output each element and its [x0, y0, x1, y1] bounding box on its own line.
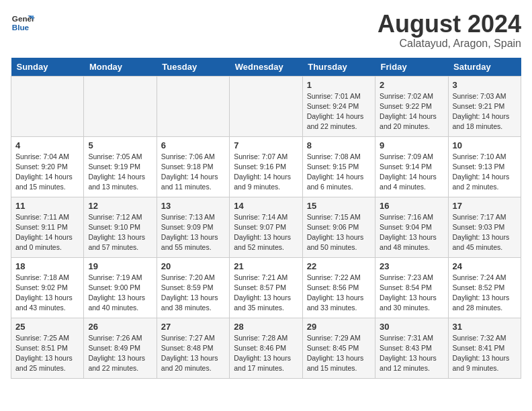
calendar-cell: 7Sunrise: 7:07 AM Sunset: 9:16 PM Daylig…	[230, 136, 302, 197]
weekday-header-tuesday: Tuesday	[157, 58, 229, 77]
calendar-cell: 1Sunrise: 7:01 AM Sunset: 9:24 PM Daylig…	[302, 76, 375, 136]
calendar-cell: 19Sunrise: 7:19 AM Sunset: 9:00 PM Dayli…	[84, 257, 157, 318]
calendar-cell: 23Sunrise: 7:23 AM Sunset: 8:54 PM Dayli…	[375, 257, 448, 318]
day-number: 15	[307, 201, 371, 211]
day-number: 1	[307, 80, 371, 90]
svg-text:Blue: Blue	[12, 23, 30, 32]
calendar-cell: 24Sunrise: 7:24 AM Sunset: 8:52 PM Dayli…	[448, 257, 521, 318]
day-number: 25	[15, 322, 79, 332]
day-number: 8	[307, 140, 371, 150]
day-number: 29	[307, 322, 371, 332]
day-number: 4	[15, 140, 79, 150]
calendar-week-row: 18Sunrise: 7:18 AM Sunset: 9:02 PM Dayli…	[11, 257, 521, 318]
calendar-cell	[157, 76, 229, 136]
day-info: Sunrise: 7:31 AM Sunset: 8:43 PM Dayligh…	[380, 333, 443, 374]
day-info: Sunrise: 7:23 AM Sunset: 8:54 PM Dayligh…	[380, 273, 443, 314]
day-info: Sunrise: 7:13 AM Sunset: 9:09 PM Dayligh…	[161, 212, 225, 253]
weekday-header-friday: Friday	[375, 58, 448, 77]
day-number: 12	[88, 201, 152, 211]
day-info: Sunrise: 7:22 AM Sunset: 8:56 PM Dayligh…	[307, 273, 371, 314]
calendar-cell: 4Sunrise: 7:04 AM Sunset: 9:20 PM Daylig…	[11, 136, 84, 197]
calendar-cell: 12Sunrise: 7:12 AM Sunset: 9:10 PM Dayli…	[84, 197, 157, 257]
day-info: Sunrise: 7:03 AM Sunset: 9:21 PM Dayligh…	[453, 91, 517, 132]
day-number: 11	[15, 201, 79, 211]
weekday-header-thursday: Thursday	[302, 58, 375, 77]
day-number: 10	[453, 140, 517, 150]
calendar-cell	[11, 76, 84, 136]
day-info: Sunrise: 7:10 AM Sunset: 9:13 PM Dayligh…	[453, 152, 517, 193]
day-info: Sunrise: 7:17 AM Sunset: 9:03 PM Dayligh…	[453, 212, 517, 253]
calendar-cell: 16Sunrise: 7:16 AM Sunset: 9:04 PM Dayli…	[375, 197, 448, 257]
day-number: 14	[234, 201, 298, 211]
logo-icon: General Blue	[11, 11, 35, 35]
day-info: Sunrise: 7:07 AM Sunset: 9:16 PM Dayligh…	[234, 152, 298, 193]
logo: General Blue	[11, 11, 35, 35]
weekday-header-row: SundayMondayTuesdayWednesdayThursdayFrid…	[11, 58, 521, 77]
calendar-cell: 28Sunrise: 7:28 AM Sunset: 8:46 PM Dayli…	[230, 318, 302, 378]
calendar-cell: 3Sunrise: 7:03 AM Sunset: 9:21 PM Daylig…	[448, 76, 521, 136]
day-number: 22	[307, 261, 371, 271]
day-info: Sunrise: 7:11 AM Sunset: 9:11 PM Dayligh…	[15, 212, 79, 253]
location: Calatayud, Aragon, Spain	[378, 38, 521, 50]
day-number: 27	[161, 322, 225, 332]
day-info: Sunrise: 7:01 AM Sunset: 9:24 PM Dayligh…	[307, 91, 371, 132]
day-info: Sunrise: 7:05 AM Sunset: 9:19 PM Dayligh…	[88, 152, 152, 193]
calendar-cell: 30Sunrise: 7:31 AM Sunset: 8:43 PM Dayli…	[375, 318, 448, 378]
calendar-cell: 26Sunrise: 7:26 AM Sunset: 8:49 PM Dayli…	[84, 318, 157, 378]
calendar-cell: 9Sunrise: 7:09 AM Sunset: 9:14 PM Daylig…	[375, 136, 448, 197]
calendar-cell: 14Sunrise: 7:14 AM Sunset: 9:07 PM Dayli…	[230, 197, 302, 257]
day-number: 19	[88, 261, 152, 271]
page-header: General Blue August 2024 Calatayud, Arag…	[11, 11, 521, 50]
day-number: 21	[234, 261, 298, 271]
calendar-cell: 15Sunrise: 7:15 AM Sunset: 9:06 PM Dayli…	[302, 197, 375, 257]
calendar-week-row: 25Sunrise: 7:25 AM Sunset: 8:51 PM Dayli…	[11, 318, 521, 378]
day-number: 24	[453, 261, 517, 271]
day-number: 16	[380, 201, 443, 211]
calendar-cell: 6Sunrise: 7:06 AM Sunset: 9:18 PM Daylig…	[157, 136, 229, 197]
day-number: 5	[88, 140, 152, 150]
day-number: 31	[453, 322, 517, 332]
day-number: 3	[453, 80, 517, 90]
day-number: 30	[380, 322, 443, 332]
calendar-cell: 11Sunrise: 7:11 AM Sunset: 9:11 PM Dayli…	[11, 197, 84, 257]
svg-text:General: General	[12, 14, 35, 23]
calendar-cell: 22Sunrise: 7:22 AM Sunset: 8:56 PM Dayli…	[302, 257, 375, 318]
month-title: August 2024	[378, 11, 521, 38]
day-number: 28	[234, 322, 298, 332]
day-info: Sunrise: 7:25 AM Sunset: 8:51 PM Dayligh…	[15, 333, 79, 374]
calendar-cell: 27Sunrise: 7:27 AM Sunset: 8:48 PM Dayli…	[157, 318, 229, 378]
weekday-header-sunday: Sunday	[11, 58, 84, 77]
calendar-cell: 8Sunrise: 7:08 AM Sunset: 9:15 PM Daylig…	[302, 136, 375, 197]
day-info: Sunrise: 7:21 AM Sunset: 8:57 PM Dayligh…	[234, 273, 298, 314]
calendar-cell: 25Sunrise: 7:25 AM Sunset: 8:51 PM Dayli…	[11, 318, 84, 378]
calendar-cell: 10Sunrise: 7:10 AM Sunset: 9:13 PM Dayli…	[448, 136, 521, 197]
calendar-cell	[230, 76, 302, 136]
calendar-cell: 21Sunrise: 7:21 AM Sunset: 8:57 PM Dayli…	[230, 257, 302, 318]
day-info: Sunrise: 7:12 AM Sunset: 9:10 PM Dayligh…	[88, 212, 152, 253]
calendar-week-row: 11Sunrise: 7:11 AM Sunset: 9:11 PM Dayli…	[11, 197, 521, 257]
calendar-week-row: 4Sunrise: 7:04 AM Sunset: 9:20 PM Daylig…	[11, 136, 521, 197]
calendar-cell: 5Sunrise: 7:05 AM Sunset: 9:19 PM Daylig…	[84, 136, 157, 197]
day-number: 2	[380, 80, 443, 90]
calendar-cell: 2Sunrise: 7:02 AM Sunset: 9:22 PM Daylig…	[375, 76, 448, 136]
day-info: Sunrise: 7:04 AM Sunset: 9:20 PM Dayligh…	[15, 152, 79, 193]
day-info: Sunrise: 7:24 AM Sunset: 8:52 PM Dayligh…	[453, 273, 517, 314]
day-info: Sunrise: 7:06 AM Sunset: 9:18 PM Dayligh…	[161, 152, 225, 193]
day-number: 23	[380, 261, 443, 271]
calendar-cell: 20Sunrise: 7:20 AM Sunset: 8:59 PM Dayli…	[157, 257, 229, 318]
day-number: 9	[380, 140, 443, 150]
day-info: Sunrise: 7:02 AM Sunset: 9:22 PM Dayligh…	[380, 91, 443, 132]
day-number: 18	[15, 261, 79, 271]
day-number: 6	[161, 140, 225, 150]
weekday-header-monday: Monday	[84, 58, 157, 77]
calendar-cell: 17Sunrise: 7:17 AM Sunset: 9:03 PM Dayli…	[448, 197, 521, 257]
calendar-cell: 29Sunrise: 7:29 AM Sunset: 8:45 PM Dayli…	[302, 318, 375, 378]
day-info: Sunrise: 7:18 AM Sunset: 9:02 PM Dayligh…	[15, 273, 79, 314]
title-block: August 2024 Calatayud, Aragon, Spain	[378, 11, 521, 50]
day-info: Sunrise: 7:28 AM Sunset: 8:46 PM Dayligh…	[234, 333, 298, 374]
weekday-header-wednesday: Wednesday	[230, 58, 302, 77]
day-info: Sunrise: 7:15 AM Sunset: 9:06 PM Dayligh…	[307, 212, 371, 253]
day-number: 17	[453, 201, 517, 211]
day-number: 13	[161, 201, 225, 211]
calendar-cell	[84, 76, 157, 136]
